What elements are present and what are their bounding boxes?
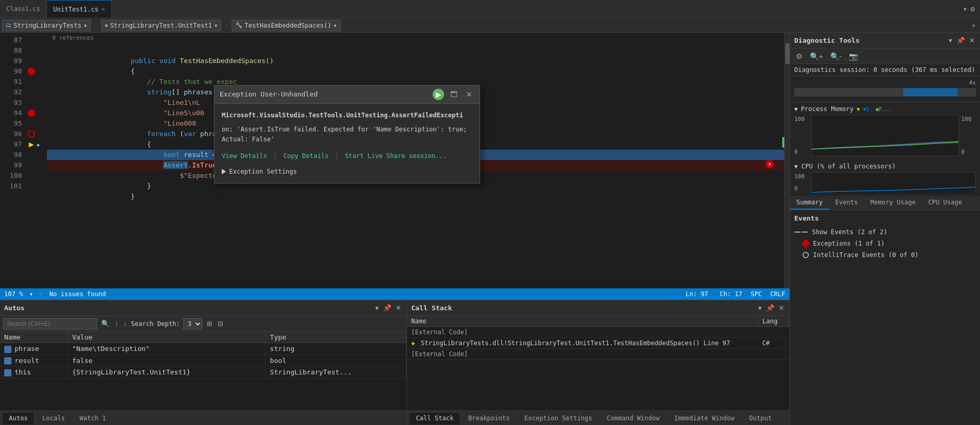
tabs-icons: ▾ ⚙ bbox=[963, 5, 980, 13]
search-input[interactable] bbox=[3, 318, 97, 330]
events-title: Events bbox=[794, 214, 976, 222]
class-dropdown[interactable]: ◈ StringLibraryTest.UnitTest1 ▾ bbox=[101, 20, 222, 31]
tab-breakpoints[interactable]: Breakpoints bbox=[461, 412, 516, 424]
exception-play-btn[interactable]: ▶ bbox=[433, 89, 444, 100]
tab-exception-settings[interactable]: Exception Settings bbox=[518, 412, 599, 424]
code-line-89: // Tests that we expec bbox=[47, 66, 784, 77]
diag-settings-btn[interactable]: ⚙ bbox=[793, 51, 805, 62]
col-name-header: Name bbox=[0, 332, 68, 343]
table-row[interactable]: [External Code] bbox=[407, 327, 790, 338]
timeline-selection[interactable] bbox=[903, 88, 958, 96]
method-dropdown[interactable]: 🔧 TestHasEmbeddedSpaces() ▾ bbox=[232, 20, 341, 31]
diag-header-btns: ▾ 📌 ✕ bbox=[948, 35, 976, 45]
view-details-link[interactable]: View Details bbox=[222, 151, 267, 161]
exception-type: Microsoft.VisualStudio.TestTools.UnitTes… bbox=[222, 110, 472, 120]
var-phrase-value: "Name\tDescription" bbox=[68, 343, 266, 355]
cpu-section: ▼ CPU (% of all processors) 100 0 bbox=[790, 160, 980, 196]
pm-triangle: ▼ bbox=[794, 106, 798, 113]
editor-scrollbar[interactable] bbox=[784, 33, 790, 288]
var-icon-this bbox=[4, 369, 11, 377]
exception-msg: on: 'Assert.IsTrue failed. Expected for … bbox=[222, 125, 472, 144]
diag-tab-memory[interactable]: Memory Usage bbox=[864, 196, 922, 210]
nav-add-btn[interactable]: ＋ bbox=[969, 20, 978, 31]
chevron-down-icon[interactable]: ▾ bbox=[963, 5, 967, 13]
diag-snapshot-btn[interactable]: 📷 bbox=[846, 51, 861, 62]
code-area[interactable]: 0 references public void TestHasEmbedded… bbox=[47, 33, 784, 288]
diag-tab-events[interactable]: Events bbox=[829, 196, 864, 210]
callstack-pin-btn[interactable]: 📌 bbox=[765, 303, 775, 313]
cs-row-external1: [External Code] bbox=[407, 327, 758, 338]
var-this-name: this bbox=[0, 367, 68, 379]
search-opt2-btn[interactable]: ⊟ bbox=[217, 319, 224, 329]
breakpoint-90 bbox=[28, 68, 35, 75]
class-chevron: ▾ bbox=[214, 22, 218, 29]
nav-bar: 🗂 StringLibraryTests ▾ › ◈ StringLibrary… bbox=[0, 18, 980, 33]
tab-output[interactable]: Output bbox=[743, 412, 779, 424]
var-this-type: StringLibraryTest... bbox=[266, 367, 407, 379]
autos-search-bar: 🔍 ↑ ↓ Search Depth: 3 ⊞ ⊟ bbox=[0, 316, 407, 332]
exception-pin-btn[interactable]: 🗔 bbox=[448, 89, 460, 100]
live-share-link[interactable]: Start Live Share session... bbox=[345, 151, 447, 161]
intellitrace-circle-icon bbox=[803, 252, 809, 258]
tab-command-window[interactable]: Command Window bbox=[600, 412, 666, 424]
table-row[interactable]: this {StringLibraryTest.UnitTest1} Strin… bbox=[0, 367, 407, 379]
exception-body: Microsoft.VisualStudio.TestTools.UnitTes… bbox=[214, 104, 480, 183]
search-magnifier-btn[interactable]: 🔍 bbox=[100, 319, 111, 329]
event-item-exceptions[interactable]: Exceptions (1 of 1) bbox=[803, 238, 976, 249]
cs-row-lang1 bbox=[758, 327, 790, 338]
diag-zoom-in-btn[interactable]: 🔍+ bbox=[807, 51, 826, 62]
var-icon-result bbox=[4, 357, 11, 365]
search-down-btn[interactable]: ↓ bbox=[123, 319, 128, 329]
copy-details-link[interactable]: Copy Details bbox=[283, 151, 329, 161]
diag-pin-btn[interactable]: 📌 bbox=[955, 35, 966, 45]
diag-close-btn[interactable]: ✕ bbox=[968, 35, 976, 45]
search-opt1-btn[interactable]: ⊞ bbox=[206, 319, 213, 329]
line-numbers: 87 88 89 90 91 92 93 94 95 96 97 98 99 1… bbox=[0, 33, 26, 288]
autos-close-btn[interactable]: ✕ bbox=[395, 303, 402, 313]
diag-title: Diagnostic Tools bbox=[794, 37, 859, 44]
callstack-close-btn[interactable]: ✕ bbox=[778, 303, 785, 313]
nav-sep1: › bbox=[94, 22, 98, 29]
cs-row-external2: [External Code] bbox=[407, 349, 758, 360]
table-row[interactable]: ◈ StringLibraryTests.dll!StringLibraryTe… bbox=[407, 338, 790, 349]
tab-watch1[interactable]: Watch 1 bbox=[73, 412, 113, 424]
callstack-header: Call Stack ▾ 📌 ✕ bbox=[407, 300, 790, 316]
tab-close-icon[interactable]: ✕ bbox=[102, 6, 105, 13]
tab-locals[interactable]: Locals bbox=[35, 412, 71, 424]
diag-tab-cpu[interactable]: CPU Usage bbox=[922, 196, 969, 210]
callstack-dropdown-btn[interactable]: ▾ bbox=[757, 303, 763, 313]
autos-panel: Autos ▾ 📌 ✕ 🔍 ↑ ↓ Search Depth: bbox=[0, 300, 407, 425]
tab-autos[interactable]: Autos bbox=[2, 412, 34, 424]
project-dropdown[interactable]: 🗂 StringLibraryTests ▾ bbox=[2, 20, 91, 31]
events-section: Events Show Events (2 of 2) Exceptions (… bbox=[790, 210, 980, 265]
content-area: 87 88 89 90 91 92 93 94 95 96 97 98 99 1… bbox=[0, 33, 980, 425]
class-name: StringLibraryTest.UnitTest1 bbox=[110, 22, 212, 29]
var-phrase-type: string bbox=[266, 343, 407, 355]
zoom-chevron[interactable]: ▾ bbox=[29, 290, 33, 298]
exception-close-btn[interactable]: ✕ bbox=[464, 89, 474, 100]
editor-section: 87 88 89 90 91 92 93 94 95 96 97 98 99 1… bbox=[0, 33, 790, 425]
pm-y-axis: 100 0 bbox=[794, 115, 809, 156]
diag-dropdown-btn[interactable]: ▾ bbox=[948, 35, 953, 45]
tab-class1[interactable]: Class1.cs bbox=[0, 0, 47, 18]
settings-icon[interactable]: ⚙ bbox=[971, 5, 975, 13]
event-item-intellitrace[interactable]: IntelliTrace Events (0 of 0) bbox=[803, 249, 976, 261]
diag-zoom-out-btn[interactable]: 🔍- bbox=[828, 51, 844, 62]
event-item-show[interactable]: Show Events (2 of 2) bbox=[794, 226, 976, 238]
var-icon-phrase bbox=[4, 346, 11, 353]
table-row[interactable]: result false bool bbox=[0, 355, 407, 367]
tab-immediate-window[interactable]: Immediate Window bbox=[667, 412, 742, 424]
autos-pin-btn[interactable]: 📌 bbox=[382, 303, 392, 313]
tab-unittest1[interactable]: UnitTest1.cs ✕ bbox=[47, 0, 112, 18]
table-row[interactable]: [External Code] bbox=[407, 349, 790, 360]
search-depth-select[interactable]: 3 bbox=[183, 318, 202, 330]
table-row[interactable]: phrase "Name\tDescription" string bbox=[0, 343, 407, 355]
tab-callstack[interactable]: Call Stack bbox=[409, 412, 460, 424]
var-result-type: bool bbox=[266, 355, 407, 367]
search-up-btn[interactable]: ↑ bbox=[114, 319, 119, 329]
exception-settings[interactable]: Exception Settings bbox=[222, 166, 472, 177]
scrollbar-thumb[interactable] bbox=[785, 43, 790, 64]
col-value-header: Value bbox=[68, 332, 266, 343]
autos-dropdown-btn[interactable]: ▾ bbox=[374, 303, 380, 313]
diag-tab-summary[interactable]: Summary bbox=[790, 196, 829, 210]
